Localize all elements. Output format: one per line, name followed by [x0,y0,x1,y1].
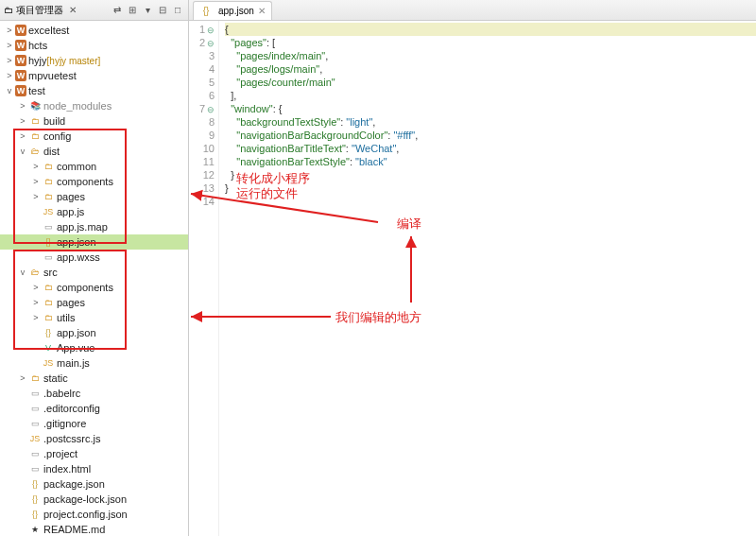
line-number: 3 [189,49,215,62]
folder-icon: 🗀 [4,5,13,15]
js-icon: JS [42,356,55,370]
tree-item-pages[interactable]: >🗀pages [0,189,188,204]
toolbar-icon-1[interactable]: ⊞ [126,4,139,17]
w-icon: W [15,25,26,36]
code-line[interactable]: } [225,182,756,195]
code-line[interactable]: } [225,168,756,182]
w-icon: W [15,55,26,66]
folder-icon: 🗀 [28,114,42,128]
tree-item-utils[interactable]: >🗀utils [0,310,188,325]
code-line[interactable]: "backgroundTextStyle": "light", [225,115,756,129]
tree-item-hyjy[interactable]: >Whyjy [hyjy master] [0,53,188,68]
code-line[interactable]: "navigationBarTextStyle": "black" [225,155,756,168]
tree-item-app-js[interactable]: JSapp.js [0,204,188,219]
code-line[interactable]: "window": { [225,102,756,115]
twisty-icon[interactable]: > [30,177,42,186]
tree-item-hcts[interactable]: >Whcts [0,38,188,53]
branch-label: [hyjy master] [47,56,101,66]
twisty-icon[interactable]: v [4,86,15,95]
toolbar-icon-3[interactable]: ⊟ [156,4,169,17]
code-line[interactable]: "navigationBarBackgroundColor": "#fff", [225,129,756,142]
w-icon: W [15,70,26,81]
tree-item-static[interactable]: >🗀static [0,371,188,386]
panel-close-icon[interactable]: ✕ [66,4,79,17]
twisty-icon[interactable]: > [30,298,42,307]
line-number: 10 [189,142,215,155]
twisty-icon[interactable]: > [17,101,28,111]
tree-item-main-js[interactable]: JSmain.js [0,355,188,371]
code-line[interactable]: "pages": [ [225,36,756,49]
folder-icon: 🗀 [42,281,55,294]
tree-item-config[interactable]: >🗀config [0,129,188,144]
code-line[interactable]: ], [225,89,756,102]
tree-item-label: README.md [43,524,105,535]
twisty-icon[interactable]: > [30,313,42,322]
js-icon: JS [42,205,55,218]
tree-item--postcssrc-js[interactable]: JS.postcssrc.js [0,431,188,446]
twisty-icon[interactable]: > [4,41,15,50]
twisty-icon[interactable]: v [17,268,28,277]
tree-item-dist[interactable]: v🗁dist [0,144,188,159]
line-number-gutter: 1234567891011121314 [189,21,219,536]
tree-item-label: app.wxss [57,251,100,263]
twisty-icon[interactable]: v [17,147,28,156]
project-tree[interactable]: >Wexceltest>Whcts>Whyjy [hyjy master]>Wm… [0,21,188,536]
editor-body[interactable]: 1234567891011121314 { "pages": [ "pages/… [189,21,756,536]
tree-item-label: node_modules [43,100,112,112]
code-line[interactable]: "navigationBarTitleText": "WeChat", [225,142,756,155]
tree-item-package-json[interactable]: {}package.json [0,476,188,492]
twisty-icon[interactable]: > [30,192,42,201]
tree-item-label: pages [57,191,85,202]
twisty-icon[interactable]: > [4,26,15,35]
tree-item--project[interactable]: ▭.project [0,446,188,461]
tree-item--editorconfig[interactable]: ▭.editorconfig [0,401,188,416]
code-line[interactable]: "pages/counter/main" [225,76,756,89]
tree-item-project-config-json[interactable]: {}project.config.json [0,507,188,522]
panel-title: 项目管理器 [16,4,63,17]
twisty-icon[interactable]: > [4,56,15,65]
tab-app-json[interactable]: {} app.json ✕ [193,1,272,20]
code-area[interactable]: { "pages": [ "pages/index/main", "pages/… [219,21,756,536]
tree-item-label: project.config.json [43,509,128,520]
tree-item--babelrc[interactable]: ▭.babelrc [0,386,188,401]
tree-item--gitignore[interactable]: ▭.gitignore [0,416,188,431]
twisty-icon[interactable]: > [30,162,42,171]
line-number: 8 [189,115,215,129]
tree-item-index-html[interactable]: ▭index.html [0,461,188,476]
code-line[interactable]: { [225,23,756,36]
code-line[interactable]: "pages/logs/main", [225,62,756,76]
tree-item-app-json[interactable]: {}app.json [0,325,188,340]
tree-item-common[interactable]: >🗀common [0,159,188,174]
tree-item-components[interactable]: >🗀components [0,280,188,295]
tree-item-mpvuetest[interactable]: >Wmpvuetest [0,68,188,83]
toolbar-icon-0[interactable]: ⇄ [111,4,124,17]
tree-item-exceltest[interactable]: >Wexceltest [0,23,188,38]
tree-item-label: components [57,176,113,187]
tree-item-build[interactable]: >🗀build [0,113,188,129]
code-line[interactable]: "pages/index/main", [225,49,756,62]
toolbar-icon-4[interactable]: □ [171,4,184,17]
tree-item-src[interactable]: v🗁src [0,265,188,280]
twisty-icon[interactable]: > [17,116,28,126]
twisty-icon[interactable]: > [30,283,42,292]
tree-item-components[interactable]: >🗀components [0,174,188,189]
tree-item-node-modules[interactable]: >📚node_modules [0,98,188,113]
tree-item-label: mpvuetest [28,70,77,81]
twisty-icon[interactable]: > [17,131,28,141]
tree-item-test[interactable]: vWtest [0,83,188,98]
twisty-icon[interactable]: > [4,71,15,80]
tree-item-README-md[interactable]: ★README.md [0,522,188,536]
tree-item-label: app.json [57,327,96,338]
tree-item-app-js-map[interactable]: ▭app.js.map [0,219,188,234]
tab-close-icon[interactable]: ✕ [258,6,266,16]
code-line[interactable] [225,195,756,208]
tree-item-pages[interactable]: >🗀pages [0,295,188,310]
tree-item-app-wxss[interactable]: ▭app.wxss [0,250,188,265]
line-number: 7 [189,102,215,115]
tree-item-App-vue[interactable]: VApp.vue [0,340,188,355]
toolbar-icon-2[interactable]: ▾ [141,4,154,17]
tree-item-package-lock-json[interactable]: {}package-lock.json [0,492,188,507]
lib-icon: 📚 [28,99,42,112]
tree-item-app-json[interactable]: {}app.json [0,234,188,250]
twisty-icon[interactable]: > [17,373,28,383]
